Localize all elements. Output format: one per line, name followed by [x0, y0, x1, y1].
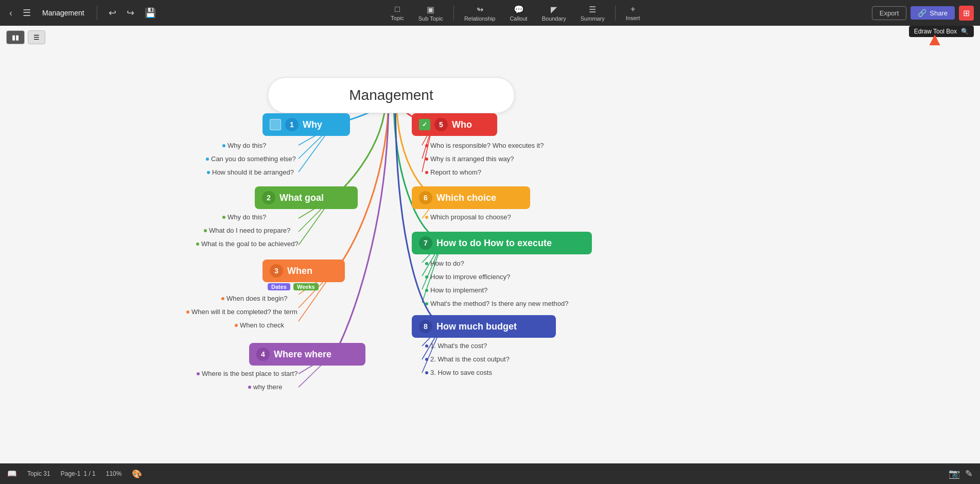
- branch-where[interactable]: 4 Where where: [249, 343, 365, 366]
- bottom-zoom: 110%: [106, 470, 122, 477]
- hamburger-button[interactable]: ☰: [20, 5, 34, 21]
- dates-tag[interactable]: Dates: [268, 283, 290, 290]
- how-sub-bullet-4: [425, 302, 428, 305]
- app-title: Management: [42, 9, 84, 17]
- central-node[interactable]: Management: [268, 77, 515, 113]
- subtopic-tool[interactable]: ▣ Sub Topic: [412, 3, 449, 24]
- card-view-button[interactable]: ▮▮: [6, 30, 25, 44]
- callout-tool[interactable]: 💬 Callout: [503, 3, 533, 24]
- subtopic-icon: ▣: [427, 5, 434, 14]
- why-sub-3: How should it be arranged?: [207, 168, 294, 176]
- relationship-icon: ↬: [477, 5, 483, 14]
- central-node-label: Management: [349, 87, 433, 103]
- branch-when[interactable]: 3 When: [262, 260, 345, 282]
- when-sub-1: When does it begin?: [221, 295, 288, 302]
- branch-how-to-do[interactable]: 7 How to do How to execute: [412, 232, 592, 254]
- bottom-icon-2[interactable]: ✎: [965, 468, 973, 479]
- who-sub-bullet-1: [425, 144, 428, 147]
- budget-sub-bullet-1: [425, 344, 428, 348]
- when-sub-bullet-2: [186, 310, 189, 314]
- insert-icon: +: [631, 5, 635, 14]
- how-sub-3: How to implement?: [425, 286, 487, 294]
- share-button[interactable]: 🔗 Share: [911, 6, 955, 20]
- how-sub-bullet-2: [425, 275, 428, 279]
- where-sub-bullet-2: [248, 386, 251, 389]
- share-icon: 🔗: [918, 9, 926, 17]
- why-sub-bullet-2: [206, 158, 209, 161]
- which-sub-1: Which proposal to choose?: [425, 213, 511, 221]
- how-sub-bullet-3: [425, 289, 428, 292]
- budget-badge: 8: [419, 320, 432, 333]
- how-sub-4: What's the method? Is there any new meth…: [425, 300, 568, 307]
- redo-button[interactable]: ↪: [124, 5, 137, 21]
- how-sub-1: How to do?: [425, 260, 464, 267]
- when-label: When: [287, 266, 312, 276]
- when-sub-bullet-1: [221, 297, 224, 300]
- how-sub-2: How to improve efficiency?: [425, 273, 510, 281]
- why-sub-bullet-3: [207, 171, 210, 174]
- where-label: Where where: [274, 349, 331, 360]
- where-badge: 4: [256, 348, 270, 361]
- when-tags: Dates Weeks: [268, 283, 319, 290]
- what-goal-label: What goal: [279, 193, 324, 203]
- branch-what-goal[interactable]: 2 What goal: [255, 186, 358, 209]
- why-sub-bullet-1: [222, 144, 225, 147]
- how-sub-bullet-1: [425, 262, 428, 265]
- bottom-book: 📖: [7, 469, 17, 478]
- budget-sub-bullet-2: [425, 358, 428, 361]
- export-button[interactable]: Export: [872, 6, 907, 20]
- who-sub-1: Who is responsible? Who executes it?: [425, 142, 544, 149]
- bottom-multicolor: 🎨: [132, 469, 142, 479]
- bottom-right-icons: 📷 ✎: [949, 468, 973, 479]
- save-button[interactable]: 💾: [142, 5, 159, 21]
- tool-separator: [453, 5, 454, 21]
- when-sub-bullet-3: [235, 324, 238, 327]
- wg-sub-bullet-1: [222, 216, 225, 219]
- who-sub-2: Why is it arranged this way?: [425, 155, 514, 163]
- what-goal-sub-2: What do I need to prepare?: [204, 227, 290, 234]
- bottom-topic-count: Topic 31: [27, 470, 50, 477]
- book-icon: 📖: [7, 469, 17, 478]
- insert-tool[interactable]: + Insert: [620, 3, 646, 23]
- budget-sub-1: 1. What's the cost?: [425, 342, 487, 350]
- multicolor-icon: 🎨: [132, 469, 142, 479]
- who-sub-3: Report to whom?: [425, 168, 481, 176]
- summary-tool[interactable]: ☰ Summary: [574, 3, 611, 24]
- undo-button[interactable]: ↩: [106, 5, 119, 21]
- budget-sub-bullet-3: [425, 371, 428, 374]
- wg-sub-bullet-2: [204, 229, 207, 232]
- why-sub-1: Why do this?: [222, 142, 266, 149]
- what-goal-badge: 2: [262, 191, 275, 204]
- topic-icon: □: [395, 5, 400, 14]
- weeks-tag[interactable]: Weeks: [293, 283, 319, 290]
- bottom-bar: 📖 Topic 31 Page-1 1 / 1 110% 🎨 📷 ✎: [0, 463, 980, 484]
- red-arrow-indicator: ▲: [925, 30, 944, 48]
- how-label: How to do How to execute: [436, 238, 552, 249]
- why-sub-2: Can you do something else?: [206, 155, 296, 163]
- branch-how-much[interactable]: 8 How much budget: [412, 315, 556, 338]
- tool-separator-2: [615, 5, 616, 21]
- branch-who[interactable]: ✓ 5 Who: [412, 113, 497, 136]
- callout-icon: 💬: [514, 5, 524, 14]
- boundary-icon: ◤: [551, 5, 557, 14]
- why-badge: 1: [285, 118, 299, 131]
- back-button[interactable]: ‹: [6, 6, 15, 21]
- where-sub-1: Where is the best place to start?: [197, 370, 297, 377]
- topic-tool[interactable]: □ Topic: [384, 3, 410, 23]
- why-label: Why: [303, 119, 322, 130]
- list-view-button[interactable]: ☰: [28, 30, 45, 44]
- branch-why[interactable]: 1 Why: [262, 113, 350, 136]
- budget-label: How much budget: [436, 321, 517, 332]
- grid-button[interactable]: ⊞: [959, 6, 974, 21]
- branch-which-choice[interactable]: 6 Which choice: [412, 186, 530, 209]
- which-label: Which choice: [436, 193, 496, 203]
- boundary-tool[interactable]: ◤ Boundary: [536, 3, 572, 24]
- how-badge: 7: [419, 236, 432, 250]
- relationship-tool[interactable]: ↬ Relationship: [458, 3, 502, 24]
- which-badge: 6: [419, 191, 432, 204]
- who-sub-bullet-2: [425, 158, 428, 161]
- bottom-icon-1[interactable]: 📷: [949, 468, 960, 479]
- which-sub-bullet-1: [425, 216, 428, 219]
- when-sub-2: When will it be completed? the term: [186, 308, 297, 316]
- canvas-area: Management 1 Why Why do this? Can you do…: [0, 26, 980, 463]
